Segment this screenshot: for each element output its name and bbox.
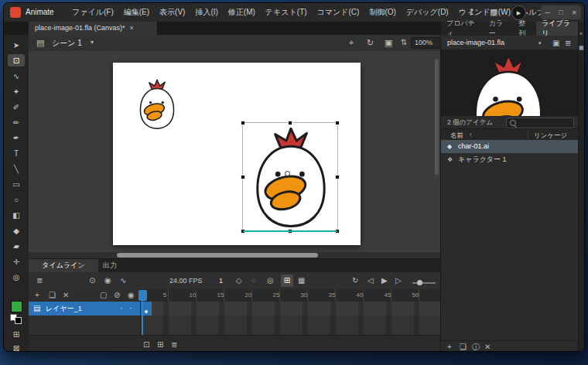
selection-bounding-box[interactable] <box>242 122 338 232</box>
layer-frames-row[interactable] <box>140 302 441 316</box>
step-forward-icon[interactable]: ▷ <box>395 277 402 285</box>
transform-handle-e[interactable] <box>335 175 340 179</box>
share-icon[interactable]: ↥ <box>468 8 475 16</box>
rectangle-tool[interactable]: ▭ <box>8 178 25 190</box>
hand-tool[interactable]: ✛ <box>8 255 25 268</box>
lock-layers-icon[interactable]: ⊘ <box>114 292 120 299</box>
library-item-row[interactable]: ❖ キャラクター 1 <box>441 153 579 166</box>
line-tool[interactable]: ╲ <box>8 162 25 175</box>
rotate-view-icon[interactable]: ↻ <box>367 39 374 47</box>
zoom-stepper-icon[interactable]: ⇅ <box>401 39 407 46</box>
layer-visible-dot[interactable]: · <box>120 305 122 312</box>
transform-handle-n[interactable] <box>288 121 292 125</box>
layer-visibility-icon[interactable]: ◉ <box>104 277 111 285</box>
column-divider[interactable] <box>528 131 528 139</box>
frame-rate[interactable]: 24.00 FPS <box>169 278 203 285</box>
item-properties-icon[interactable]: ⓘ <box>472 343 480 351</box>
delete-item-icon[interactable]: ✕ <box>484 343 491 351</box>
paint-bucket-tool[interactable]: ◧ <box>8 209 25 221</box>
free-transform-tool[interactable]: ⊡ <box>8 54 25 67</box>
brush-tool[interactable]: ✐ <box>8 101 25 113</box>
library-item-row-selected[interactable]: ◆ char-01.ai <box>441 140 579 153</box>
menu-item-window[interactable]: ウィンドウ(W) <box>459 9 511 16</box>
slider-knob[interactable] <box>417 280 422 285</box>
menu-item-text[interactable]: テキスト(T) <box>265 9 307 16</box>
center-stage-icon[interactable]: ⌖ <box>349 39 354 47</box>
workspace-icon[interactable]: ▦ <box>490 8 497 16</box>
column-name[interactable]: 名前 <box>450 132 463 139</box>
new-folder-icon[interactable]: ❏ <box>460 343 467 351</box>
onion-skin-icon[interactable]: ◌ <box>251 277 256 285</box>
layer-name[interactable]: レイヤー_1 <box>46 305 82 312</box>
clip-content-icon[interactable]: ▣ <box>385 39 392 47</box>
scene-name[interactable]: シーン 1 <box>52 39 82 47</box>
edit-multiple-frames-icon[interactable]: ⊞ <box>281 275 293 287</box>
default-fill-swatch[interactable] <box>15 317 22 324</box>
playhead-marker[interactable] <box>138 290 147 301</box>
playhead-line[interactable] <box>142 301 143 335</box>
camera-icon[interactable]: ⊙ <box>89 277 95 285</box>
menu-item-edit[interactable]: 編集(E) <box>124 9 149 16</box>
tab-timeline[interactable]: タイムライン <box>29 259 98 272</box>
layer-lock-dot[interactable]: · <box>129 305 132 312</box>
snap-icon[interactable]: ⊠ <box>8 342 25 352</box>
auto-keyframe-icon[interactable]: ◇ <box>236 277 242 285</box>
library-search-box[interactable] <box>506 118 574 128</box>
tab-properties[interactable]: プロパティ <box>441 22 484 36</box>
loop-frames-icon[interactable]: ⊞ <box>157 341 163 349</box>
tab-close-icon[interactable]: × <box>130 25 134 32</box>
play-icon[interactable]: ▶ <box>381 277 388 285</box>
timeline-menu-icon[interactable]: ≣ <box>171 341 177 349</box>
collapse-dock-icon[interactable]: « <box>579 31 583 36</box>
layers-panel-icon[interactable]: ≣ <box>36 277 43 285</box>
delete-layer-icon[interactable]: ✕ <box>63 292 69 299</box>
eraser-tool[interactable]: ▰ <box>8 240 25 252</box>
scrollbar-thumb[interactable] <box>117 253 318 258</box>
oval-tool[interactable]: ○ <box>8 193 25 206</box>
new-symbol-icon[interactable]: + <box>447 343 452 351</box>
eyedropper-tool[interactable]: ◆ <box>8 224 25 237</box>
loop-icon[interactable]: ↻ <box>352 277 358 285</box>
onion-outline-icon[interactable]: ◎ <box>267 277 274 285</box>
center-frame-icon[interactable]: ⊡ <box>143 341 149 349</box>
add-folder-icon[interactable]: ❏ <box>49 292 56 299</box>
minimize-button[interactable]: ─ <box>545 9 550 16</box>
lasso-tool[interactable]: ∿ <box>8 70 25 82</box>
zoom-tool[interactable]: ◎ <box>8 271 25 283</box>
pencil-tool[interactable]: ✏ <box>8 116 25 128</box>
graph-editor-icon[interactable]: ∿ <box>120 277 126 285</box>
menu-item-debug[interactable]: デバッグ(D) <box>406 9 449 16</box>
menu-item-file[interactable]: ファイル(F) <box>72 9 114 16</box>
chicken-artwork-selected[interactable] <box>244 125 337 231</box>
current-frame[interactable]: 1 <box>219 278 223 285</box>
scene-chevron-icon[interactable]: ▾ <box>91 39 94 46</box>
column-linkage[interactable]: リンケージ <box>534 132 567 139</box>
new-library-panel-icon[interactable]: ≣ <box>565 39 571 47</box>
tab-align[interactable]: 整列 <box>513 22 536 36</box>
step-back-icon[interactable]: ◁ <box>368 277 374 285</box>
menu-item-view[interactable]: 表示(V) <box>159 9 185 16</box>
magic-wand-tool[interactable]: ✦ <box>8 85 25 97</box>
pin-library-icon[interactable]: ▣ <box>552 39 559 47</box>
menu-item-commands[interactable]: コマンド(C) <box>317 9 360 16</box>
layer-row[interactable]: ▤ レイヤー_1 · · <box>29 302 140 316</box>
library-doc-chevron-icon[interactable]: ▾ <box>538 40 542 46</box>
timeline-zoom-slider[interactable] <box>412 282 436 284</box>
add-layer-icon[interactable]: + <box>35 292 39 299</box>
menu-item-modify[interactable]: 修正(M) <box>228 9 255 16</box>
canvas-pasteboard[interactable] <box>29 51 440 252</box>
maximize-button[interactable]: □ <box>559 9 562 16</box>
object-drawing-icon[interactable]: ⊞ <box>8 328 25 340</box>
fill-color-swatch[interactable] <box>11 301 22 312</box>
selection-tool[interactable]: ➤ <box>8 39 25 51</box>
library-document-select[interactable]: place-image-01.fla <box>447 39 504 46</box>
transform-handle-w[interactable] <box>241 175 245 179</box>
canvas-vertical-scrollbar[interactable] <box>435 59 439 175</box>
tab-output[interactable]: 出力 <box>89 259 131 272</box>
tab-color[interactable]: カラー <box>484 22 513 36</box>
library-search-input[interactable] <box>518 118 573 128</box>
menu-item-insert[interactable]: 挿入(I) <box>195 9 217 16</box>
pen-tool[interactable]: ✒ <box>8 131 25 144</box>
transform-handle-nw[interactable] <box>241 121 245 125</box>
show-layers-icon[interactable]: ◉ <box>128 292 135 299</box>
